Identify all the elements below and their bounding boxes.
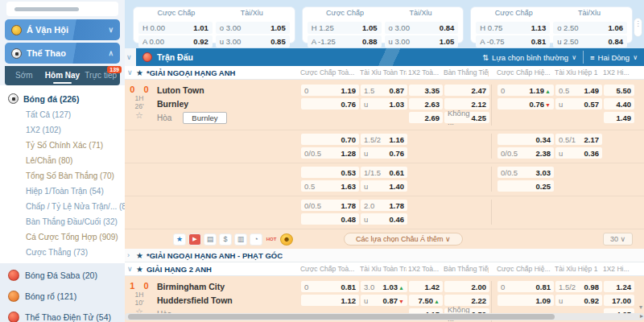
odds-cell[interactable]: 2.22 [444, 295, 489, 306]
odds-cell[interactable]: u0.57 [555, 98, 602, 109]
odds-cell[interactable]: 0.5/12.17 [555, 134, 602, 145]
odds-cell[interactable]: 1.09 [497, 295, 554, 306]
chevron-right-icon[interactable]: › [127, 251, 130, 259]
odds-cell[interactable]: 0.70 [301, 134, 359, 145]
odds-cell[interactable]: o 3.000.84 [385, 22, 459, 34]
odds-cell[interactable]: 3.01.03▲ [361, 281, 407, 292]
hot-icon[interactable]: HOT [265, 233, 278, 246]
sidebar-item-ht-ft[interactable]: Hiệp 1/Toàn Trận (54) [0, 184, 125, 199]
favorite-star-icon[interactable]: ★ [173, 233, 186, 246]
sidebar-item-mix-parlay[interactable]: Cá Cược Tổng Hợp (909) [0, 229, 125, 245]
away-team[interactable]: Huddersfield Town [157, 295, 301, 306]
tab-live[interactable]: Trực tiếp139 [81, 66, 120, 85]
sidebar-item-odd-even[interactable]: Lẻ/Chẵn (80) [0, 153, 125, 168]
odds-cell[interactable]: 1.50.87 [361, 85, 407, 96]
sidebar-item-esports[interactable]: Thể Thao Điện Tử (54) [0, 307, 125, 322]
away-team[interactable]: Burnley [157, 98, 301, 109]
odds-cell[interactable]: 1.5/21.16 [361, 134, 407, 145]
odds-cell[interactable]: 0.51.49 [555, 85, 602, 96]
league-name[interactable]: GIẢI HẠNG 2 ANH [147, 265, 300, 274]
league-name[interactable]: *GIẢI NGOẠI HẠNG ANH - PHẠT GÓC [147, 251, 283, 260]
odds-cell[interactable]: 0/0.51.78 [301, 200, 359, 211]
odds-cell[interactable]: A 0.000.92 [138, 35, 213, 47]
sidebar-item-handicap-half[interactable]: Chấp / Tỷ Lệ Nửa Trận/... (86) [0, 199, 125, 214]
tv-icon[interactable]: ▤ [204, 233, 217, 246]
odds-cell[interactable]: 5.50 [604, 85, 634, 96]
odds-cell[interactable]: 0.76 [301, 98, 359, 109]
odds-cell[interactable]: 7.50▲ [409, 295, 443, 306]
scroll-indicator[interactable]: ⋮ [634, 18, 642, 37]
view-mode-dropdown[interactable]: ≡Hai Dòng∨ [584, 48, 644, 66]
chevron-down-icon[interactable]: ∨ [108, 26, 114, 34]
odds-cell[interactable]: u0.76 [361, 147, 407, 159]
odds-cell[interactable]: o 2.501.06 [553, 22, 627, 34]
odds-cell[interactable]: 1.5/20.98 [555, 281, 602, 292]
odds-cell[interactable]: 1.24 [604, 281, 634, 292]
odds-cell[interactable]: 00.81 [301, 281, 359, 292]
odds-cell[interactable]: 2.00 [444, 281, 489, 292]
odds-cell[interactable]: 1/1.50.61 [361, 167, 407, 178]
stats-icon[interactable]: ▥ [234, 233, 247, 246]
odds-cell[interactable]: u1.40 [361, 180, 407, 192]
odds-cell[interactable]: 0/0.51.28 [301, 147, 359, 159]
odds-cell[interactable]: 01.19▲ [497, 85, 554, 96]
scrollbar-thumb[interactable] [128, 314, 555, 320]
odds-cell[interactable]: 0.76▼ [497, 98, 554, 109]
odds-cell[interactable]: 1.42 [409, 281, 443, 292]
odds-cell[interactable]: 01.19 [301, 85, 359, 96]
odds-cell[interactable]: 2.47 [444, 85, 489, 96]
odds-cell[interactable]: 4.40 [604, 98, 634, 109]
live-play-icon[interactable]: ▶ [188, 233, 201, 246]
clock-icon[interactable]: ◔ [250, 233, 262, 246]
odds-cell[interactable]: u 2.500.84 [553, 35, 627, 47]
odds-cell[interactable]: 2.63 [409, 98, 443, 109]
sidebar-item-straight-bet[interactable]: Cược Thẳng (73) [0, 245, 125, 260]
odds-cell[interactable]: 2.01.78 [361, 200, 407, 211]
horizontal-scrollbar[interactable]: ▸ [125, 313, 644, 320]
scroll-right-arrow[interactable]: ▸ [640, 312, 643, 320]
emoji-icon[interactable]: ☻ [280, 233, 293, 246]
odds-cell[interactable]: A -0.750.81 [476, 35, 550, 47]
cashout-dollar-icon[interactable]: $ [219, 233, 232, 246]
odds-cell[interactable]: 0/0.52.38 [497, 147, 554, 159]
chevron-down-icon[interactable]: ∨ [127, 68, 133, 76]
more-markets-count[interactable]: 30 ∨ [603, 233, 633, 246]
odds-cell[interactable]: 0.53 [301, 167, 359, 178]
home-team[interactable]: Luton Town [157, 85, 301, 96]
tab-early[interactable]: Sớm [5, 66, 43, 85]
sidebar-item-football[interactable]: Bóng đá (226) [0, 90, 125, 107]
chevron-down-icon[interactable]: ∨ [127, 265, 133, 273]
odds-cell[interactable]: H 0.001.01 [138, 22, 213, 34]
odds-cell[interactable]: u0.87▼ [361, 295, 407, 306]
odds-cell[interactable]: u0.46 [361, 213, 407, 225]
odds-cell[interactable]: H 0.751.13 [476, 22, 550, 34]
league-name[interactable]: *GIẢI NGOẠI HẠNG ANH [147, 68, 300, 77]
odds-cell[interactable]: u0.92 [555, 295, 602, 306]
more-asian-lines-dropdown[interactable]: Các lựa chọn Châu Á thêm ∨ [344, 233, 463, 246]
sidebar-banner-asian-games[interactable]: Á Vận Hội ∨ [5, 19, 120, 40]
scroll-down-arrow[interactable]: ▾ [639, 303, 642, 311]
sidebar-banner-sports[interactable]: Thể Thao ∧ [5, 43, 120, 64]
collapsed-widget[interactable] [6, 2, 118, 16]
odds-cell[interactable]: 2.69 [409, 112, 443, 123]
chevron-up-icon[interactable]: ∧ [108, 49, 114, 57]
odds-cell[interactable]: 0.34 [497, 134, 554, 145]
odds-cell[interactable]: 17.00 [604, 295, 634, 306]
odds-cell[interactable]: 0.51.63 [301, 180, 359, 192]
sidebar-item-all[interactable]: Tất Cả (127) [0, 107, 125, 122]
odds-cell[interactable]: 1.49 [604, 112, 634, 123]
odds-cell[interactable]: A -1.250.88 [308, 35, 382, 47]
sidebar-item-saba-football[interactable]: Bóng Đá Saba (20) [0, 265, 125, 286]
sidebar-item-basketball[interactable]: Bóng rổ (121) [0, 286, 125, 307]
odds-cell[interactable]: u 3.000.85 [216, 35, 290, 47]
scroll-thumb[interactable] [14, 7, 79, 11]
sidebar-item-1x2[interactable]: 1X2 (102) [0, 122, 125, 138]
odds-cell[interactable]: 1.12 [301, 295, 359, 306]
odds-cell[interactable]: u0.36 [555, 147, 602, 159]
odds-cell[interactable]: 3.35 [409, 85, 443, 96]
chevron-down-icon[interactable]: ∨ [126, 53, 132, 61]
odds-cell[interactable]: 0/0.53.03 [497, 167, 554, 178]
sort-mode-dropdown[interactable]: ⇅Lựa chọn bình thường∨ [476, 48, 583, 66]
sidebar-item-total-goals[interactable]: Tổng Số Bàn Thắng (70) [0, 168, 125, 184]
odds-cell[interactable]: H 1.251.05 [308, 22, 382, 34]
